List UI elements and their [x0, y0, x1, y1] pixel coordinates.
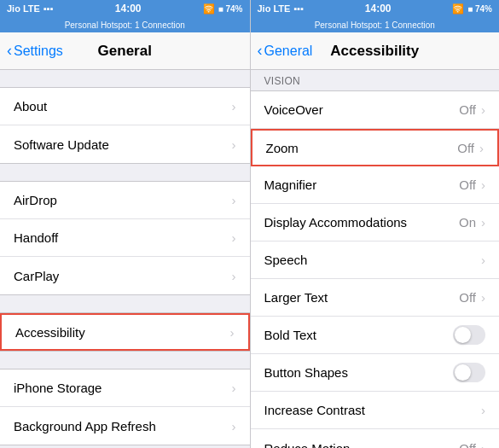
list-item-larger-text[interactable]: Larger Text Off › [251, 279, 500, 317]
item-right: › [481, 253, 485, 267]
left-group-4: iPhone Storage › Background App Refresh … [0, 369, 250, 445]
left-status-left: Jio LTE ▪▪▪ [7, 3, 54, 14]
list-item[interactable]: Software Update › [0, 125, 250, 163]
list-item-bold-text[interactable]: Bold Text [251, 317, 500, 354]
chevron-right-icon: › [232, 193, 236, 207]
item-right: › [230, 325, 235, 340]
chevron-right-icon: › [481, 403, 485, 417]
list-item-carplay[interactable]: CarPlay › [0, 257, 250, 294]
section-vision-label: VISION [251, 70, 500, 90]
right-wifi-icon: 🛜 [452, 3, 464, 15]
list-item-increase-contrast[interactable]: Increase Contrast › [251, 392, 500, 429]
item-right: Off › [459, 102, 485, 117]
item-label: Increase Contrast [264, 403, 365, 417]
item-right: Off › [459, 290, 485, 305]
item-label: Software Update [14, 137, 109, 152]
list-item-airdrop[interactable]: AirDrop › [0, 182, 250, 219]
item-label: Accessibility [15, 325, 85, 340]
chevron-right-icon: › [481, 102, 485, 117]
right-panel: Jio LTE ▪▪▪ 14:00 🛜 ■ 74% Personal Hotsp… [250, 0, 500, 448]
right-back-label: General [264, 44, 313, 59]
list-item-speech[interactable]: Speech › [251, 241, 500, 279]
list-item-display-accommodations[interactable]: Display Accommodations On › [251, 204, 500, 241]
item-label: Display Accommodations [264, 215, 408, 230]
chevron-right-icon: › [232, 269, 236, 283]
item-right: On › [459, 215, 485, 230]
item-label: Background App Refresh [14, 419, 156, 433]
item-right: › [232, 419, 236, 433]
left-hotspot-label: Personal Hotspot: 1 Connection [65, 20, 185, 30]
left-back-label: Settings [14, 44, 63, 59]
item-right: › [232, 230, 236, 245]
chevron-right-icon: › [481, 253, 485, 267]
left-signal-icon: ▪▪▪ [44, 3, 54, 14]
right-hotspot-label: Personal Hotspot: 1 Connection [315, 20, 435, 30]
item-value: Off [459, 102, 476, 117]
button-shapes-toggle[interactable] [453, 363, 485, 382]
left-status-bar: Jio LTE ▪▪▪ 14:00 🛜 ■ 74% [0, 0, 250, 17]
list-item[interactable]: About › [0, 88, 250, 125]
left-carrier: Jio LTE [7, 3, 40, 14]
left-settings-list: About › Software Update › AirDrop › [0, 70, 250, 448]
list-item-zoom[interactable]: Zoom Off › [251, 129, 500, 166]
chevron-right-icon: › [232, 419, 236, 433]
left-back-chevron-icon: ‹ [7, 42, 12, 60]
chevron-right-icon: › [481, 177, 485, 192]
left-group-3: Accessibility › [0, 312, 250, 352]
item-label: Zoom [266, 141, 299, 155]
left-hotspot-bar: Personal Hotspot: 1 Connection [0, 17, 250, 32]
item-right: Off › [459, 177, 485, 192]
left-time: 14:00 [115, 3, 142, 15]
left-group-1: About › Software Update › [0, 87, 250, 164]
list-item-magnifier[interactable]: Magnifier Off › [251, 166, 500, 204]
item-label: iPhone Storage [14, 381, 102, 395]
item-value: Off [457, 141, 474, 155]
list-item-accessibility[interactable]: Accessibility › [0, 313, 250, 351]
item-label: Button Shapes [264, 365, 348, 380]
chevron-right-icon: › [232, 381, 236, 395]
right-status-left: Jio LTE ▪▪▪ [258, 3, 305, 14]
item-right: Off › [459, 441, 485, 449]
item-value: Off [459, 177, 476, 192]
left-back-button[interactable]: ‹ Settings [7, 43, 63, 60]
item-label: VoiceOver [264, 102, 323, 117]
right-back-chevron-icon: ‹ [258, 42, 263, 60]
item-label: Handoff [14, 230, 58, 245]
left-nav-title: General [98, 43, 152, 60]
chevron-right-icon: › [232, 230, 236, 245]
right-nav-title: Accessibility [330, 43, 419, 60]
right-status-bar: Jio LTE ▪▪▪ 14:00 🛜 ■ 74% [251, 0, 500, 17]
item-right: › [232, 137, 236, 152]
item-label: Larger Text [264, 290, 328, 305]
right-battery-icon: ■ 74% [467, 4, 492, 14]
chevron-right-icon: › [232, 99, 236, 113]
right-nav-bar: ‹ General Accessibility [251, 32, 500, 70]
right-signal-icon: ▪▪▪ [293, 3, 304, 14]
list-item-reduce-motion[interactable]: Reduce Motion Off › [251, 429, 500, 448]
chevron-right-icon: › [481, 290, 485, 305]
item-right [453, 325, 485, 345]
item-value: Off [459, 441, 476, 449]
item-label: About [14, 99, 47, 113]
chevron-right-icon: › [232, 137, 236, 152]
left-status-right: 🛜 ■ 74% [203, 3, 243, 15]
item-value: On [459, 215, 476, 230]
item-right: › [232, 381, 236, 395]
chevron-right-icon: › [479, 141, 484, 155]
item-right: › [481, 403, 485, 417]
right-status-right: 🛜 ■ 74% [452, 3, 492, 15]
right-back-button[interactable]: ‹ General [258, 43, 313, 60]
list-item-iphone-storage[interactable]: iPhone Storage › [0, 369, 250, 407]
list-item-button-shapes[interactable]: Button Shapes [251, 354, 500, 392]
left-nav-bar: ‹ Settings General [0, 32, 250, 70]
left-battery-icon: ■ 74% [218, 4, 243, 14]
list-item-background-refresh[interactable]: Background App Refresh › [0, 407, 250, 445]
item-label: Reduce Motion [264, 441, 351, 449]
bold-text-toggle[interactable] [453, 325, 485, 345]
item-label: Magnifier [264, 177, 317, 192]
right-carrier: Jio LTE [258, 3, 291, 14]
item-right: › [232, 193, 236, 207]
item-label: CarPlay [14, 269, 59, 283]
list-item-handoff[interactable]: Handoff › [0, 219, 250, 257]
list-item-voiceover[interactable]: VoiceOver Off › [251, 91, 500, 129]
